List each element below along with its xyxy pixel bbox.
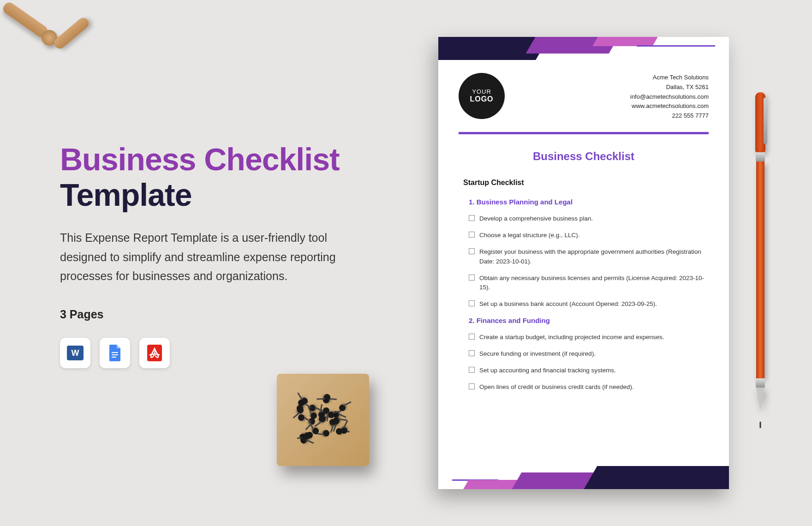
text-column: Business Checklist Template This Expense… bbox=[60, 143, 355, 368]
format-icons-row: W bbox=[60, 338, 355, 368]
title-line-2: Template bbox=[60, 177, 355, 213]
checklist-item: Obtain any necessary business licenses a… bbox=[469, 274, 704, 293]
logo-text-1: YOUR bbox=[472, 89, 491, 95]
word-icon: W bbox=[60, 338, 90, 368]
checklist-item: Secure funding or investment (if require… bbox=[469, 349, 704, 359]
svg-rect-3 bbox=[112, 354, 118, 355]
description-text: This Expense Report Template is a user-f… bbox=[60, 228, 355, 286]
company-email: info@acmetechsolutions.com bbox=[630, 92, 709, 102]
checklist-item-text: Register your business with the appropri… bbox=[479, 247, 704, 266]
checklist-item-text: Create a startup budget, including proje… bbox=[479, 333, 664, 342]
pen-decor bbox=[755, 92, 766, 424]
section-heading: 2. Finances and Funding bbox=[469, 317, 704, 324]
wooden-mannequin-decor bbox=[0, 0, 102, 97]
checklist-item-text: Develop a comprehensive business plan. bbox=[479, 214, 593, 223]
logo-text-2: LOGO bbox=[470, 95, 493, 103]
company-name: Acme Tech Solutions bbox=[630, 73, 709, 83]
checkbox-icon bbox=[469, 367, 475, 373]
company-website: www.acmetechsolutions.com bbox=[630, 102, 709, 111]
checkbox-icon bbox=[469, 350, 475, 356]
checklist-item-text: Set up a business bank account (Account … bbox=[479, 299, 657, 309]
checkbox-icon bbox=[469, 334, 475, 340]
checkbox-icon bbox=[469, 275, 475, 281]
pdf-icon bbox=[139, 338, 170, 368]
doc-sections: 1. Business Planning and LegalDevelop a … bbox=[463, 198, 704, 392]
doc-header-stripe bbox=[438, 37, 729, 60]
checklist-item-text: Obtain any necessary business licenses a… bbox=[479, 274, 704, 293]
title-line-1: Business Checklist bbox=[60, 143, 355, 176]
page-count-label: 3 Pages bbox=[60, 308, 355, 321]
checklist-item: Register your business with the appropri… bbox=[469, 247, 704, 266]
checklist-item-text: Choose a legal structure (e.g., LLC). bbox=[479, 231, 580, 240]
doc-footer-stripe bbox=[438, 466, 729, 489]
checklist-item: Open lines of credit or business credit … bbox=[469, 383, 704, 392]
checkbox-icon bbox=[469, 232, 475, 238]
checklist-item: Develop a comprehensive business plan. bbox=[469, 214, 704, 223]
company-city: Dallas, TX 5261 bbox=[630, 83, 709, 92]
company-info: Acme Tech Solutions Dallas, TX 5261 info… bbox=[630, 73, 709, 121]
checklist-item: Create a startup budget, including proje… bbox=[469, 333, 704, 342]
checklist-item-text: Open lines of credit or business credit … bbox=[479, 383, 634, 392]
company-phone: 222 555 7777 bbox=[630, 111, 709, 121]
checklist-item: Set up a business bank account (Account … bbox=[469, 299, 704, 309]
checklist-item: Choose a legal structure (e.g., LLC). bbox=[469, 231, 704, 240]
section-heading: 1. Business Planning and Legal bbox=[469, 198, 704, 206]
promo-canvas: Business Checklist Template This Expense… bbox=[0, 0, 812, 526]
document-preview: YOUR LOGO Acme Tech Solutions Dallas, TX… bbox=[438, 37, 729, 489]
svg-rect-2 bbox=[112, 352, 118, 353]
pushpin-block-decor bbox=[277, 374, 378, 475]
doc-title: Business Checklist bbox=[463, 150, 704, 163]
checkbox-icon bbox=[469, 383, 475, 389]
checkbox-icon bbox=[469, 248, 475, 254]
svg-text:W: W bbox=[72, 348, 79, 358]
doc-subheading: Startup Checklist bbox=[463, 179, 704, 187]
logo-placeholder: YOUR LOGO bbox=[459, 73, 505, 119]
checkbox-icon bbox=[469, 300, 475, 306]
checklist-item-text: Secure funding or investment (if require… bbox=[479, 349, 596, 359]
checklist-item: Set up accounting and financial tracking… bbox=[469, 366, 704, 375]
checklist-item-text: Set up accounting and financial tracking… bbox=[479, 366, 616, 375]
google-docs-icon bbox=[100, 338, 130, 368]
checkbox-icon bbox=[469, 215, 475, 221]
svg-rect-4 bbox=[112, 357, 116, 358]
